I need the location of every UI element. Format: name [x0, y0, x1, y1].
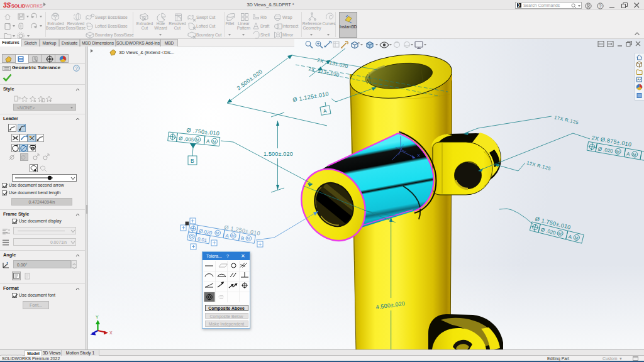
svg-text:M: M	[196, 138, 199, 143]
svg-text:B: B	[191, 158, 194, 164]
svg-text:X: X	[417, 153, 420, 158]
svg-text:1.500±.020: 1.500±.020	[264, 151, 293, 157]
svg-text:SOLIDWORKS: SOLIDWORKS	[11, 3, 43, 9]
svg-text:?: ?	[75, 65, 77, 71]
svg-text:?: ?	[599, 3, 601, 9]
svg-text:M: M	[213, 139, 216, 144]
svg-text:Y: Y	[96, 315, 99, 319]
svg-text:X: X	[109, 331, 113, 335]
svg-text:Y: Y	[399, 130, 402, 136]
svg-text:3S: 3S	[3, 2, 11, 9]
